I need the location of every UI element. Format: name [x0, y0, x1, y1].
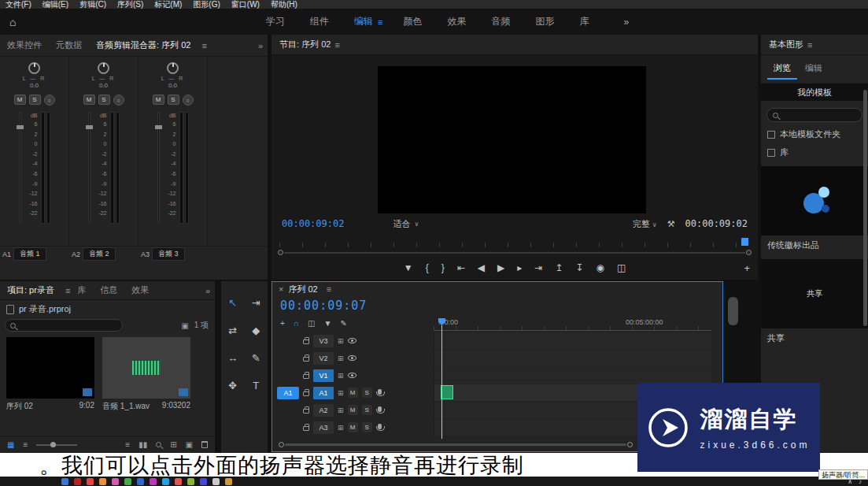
template-search-input[interactable]: [766, 108, 862, 122]
fader-handle-icon[interactable]: [155, 125, 162, 129]
slider-handle-icon[interactable]: [50, 442, 56, 447]
pan-knob[interactable]: [167, 62, 179, 74]
taskbar-app-icon[interactable]: [74, 478, 81, 485]
scrollbar-handle-left-icon[interactable]: [278, 250, 283, 255]
program-seek-ruler[interactable]: [279, 238, 750, 247]
lock-icon[interactable]: [303, 374, 309, 379]
scrollbar-thumb[interactable]: [863, 90, 867, 326]
template-thumbnail-1[interactable]: [761, 166, 868, 236]
sync-lock-icon[interactable]: ⊞: [338, 389, 344, 397]
source-patch-empty[interactable]: [277, 335, 299, 347]
taskbar-app-icon[interactable]: [187, 478, 194, 485]
program-timecode[interactable]: 00:00:09:02: [282, 218, 344, 229]
taskbar-app-icon[interactable]: [150, 478, 157, 485]
source-patch-a1[interactable]: A1: [277, 387, 299, 399]
sync-lock-icon[interactable]: ⊞: [338, 406, 344, 414]
program-seek-scrollbar[interactable]: [278, 250, 752, 256]
menu-graphics[interactable]: 图形(G): [187, 0, 225, 9]
add-marker-button[interactable]: ▼: [404, 262, 413, 273]
panel-menu-icon[interactable]: ≡: [327, 284, 331, 294]
snap-icon[interactable]: ∩: [294, 319, 299, 328]
menu-clip[interactable]: 剪辑(C): [74, 0, 112, 9]
track-name[interactable]: A3: [313, 421, 334, 434]
track-name[interactable]: 音频 3: [152, 247, 185, 261]
keyframe-button[interactable]: ○: [44, 95, 55, 106]
voiceover-record-mic-icon[interactable]: [378, 389, 382, 395]
track-select-forward-tool[interactable]: ⇥: [252, 297, 260, 309]
workspace-tab-assembly[interactable]: 组件: [297, 15, 342, 28]
voiceover-record-mic-icon[interactable]: [378, 406, 382, 412]
timeline-playhead[interactable]: [441, 325, 442, 439]
track-name[interactable]: A1: [313, 387, 334, 399]
home-icon[interactable]: ⌂: [9, 16, 16, 28]
project-file-row[interactable]: pr 录音.prproj: [0, 300, 215, 317]
rate-stretch-tool[interactable]: ↔: [227, 352, 238, 364]
workspace-overflow-chevron-icon[interactable]: »: [623, 17, 629, 28]
my-templates-dropdown[interactable]: 我的模板: [761, 83, 868, 101]
mark-out-button[interactable]: }: [441, 262, 445, 273]
panel-view-icon[interactable]: ▣: [181, 321, 188, 330]
scrollbar-handle-right-icon[interactable]: [746, 250, 752, 255]
tab-libraries[interactable]: 库: [70, 284, 93, 296]
voiceover-record-mic-icon[interactable]: [378, 424, 382, 429]
step-forward-button[interactable]: ▸: [517, 262, 522, 273]
pan-knob[interactable]: [28, 62, 40, 74]
track-output-eye-icon[interactable]: [348, 355, 356, 361]
taskbar-app-icon[interactable]: [225, 478, 232, 485]
mute-button[interactable]: M: [153, 95, 164, 105]
sort-icon[interactable]: ≡: [125, 440, 130, 449]
hand-tool[interactable]: ✥: [228, 380, 237, 391]
keyframe-button[interactable]: ○: [113, 95, 124, 106]
checkbox-icon[interactable]: [767, 149, 775, 157]
timeline-zoom-scrollbar[interactable]: [279, 442, 633, 448]
lock-icon[interactable]: [303, 426, 309, 431]
lift-button[interactable]: ↥: [555, 262, 563, 273]
button-editor-plus-icon[interactable]: +: [744, 258, 750, 277]
timeline-timecode[interactable]: 00:00:09:07: [280, 299, 367, 313]
track-mute-button[interactable]: M: [348, 422, 358, 432]
taskbar-app-icon[interactable]: [212, 478, 220, 485]
sync-lock-icon[interactable]: ⊞: [338, 424, 344, 432]
nest-sequence-icon[interactable]: +: [280, 319, 285, 328]
panel-menu-icon[interactable]: ≡: [807, 40, 812, 50]
volume-fader[interactable]: [157, 112, 160, 224]
workspace-tab-learning[interactable]: 学习: [253, 15, 297, 28]
taskbar-app-icon[interactable]: [124, 478, 131, 485]
timeline-settings-icon[interactable]: ✎: [340, 319, 346, 328]
play-button[interactable]: ▶: [497, 262, 504, 273]
track-solo-button[interactable]: S: [362, 388, 372, 398]
checkbox-local-templates[interactable]: 本地模板文件夹: [761, 122, 868, 140]
template-thumbnail-2[interactable]: 共享: [761, 259, 868, 328]
mark-in-button[interactable]: {: [426, 262, 429, 273]
track-name[interactable]: V1: [313, 369, 334, 382]
tab-metadata[interactable]: 元数据: [49, 39, 89, 51]
program-monitor-video[interactable]: [378, 66, 646, 213]
fader-handle-icon[interactable]: [17, 125, 24, 129]
zoom-fit-dropdown[interactable]: 适合 ∨: [393, 218, 419, 230]
menu-sequence[interactable]: 序列(S): [112, 0, 149, 9]
track-name[interactable]: 音频 2: [83, 247, 116, 261]
workspace-tab-effects[interactable]: 效果: [434, 15, 478, 28]
find-icon[interactable]: [156, 442, 161, 447]
menu-window[interactable]: 窗口(W): [226, 0, 265, 9]
lock-icon[interactable]: [303, 339, 309, 344]
list-view-button[interactable]: ≡: [23, 440, 28, 449]
pan-value[interactable]: 0.0: [99, 82, 108, 89]
extract-button[interactable]: ↧: [575, 262, 583, 273]
linked-selection-icon[interactable]: ◫: [308, 319, 315, 328]
solo-button[interactable]: S: [98, 95, 110, 105]
menu-edit[interactable]: 编辑(E): [37, 0, 74, 9]
taskbar-app-icon[interactable]: [87, 478, 94, 485]
taskbar-app-icon[interactable]: [137, 478, 144, 485]
track-lane[interactable]: [434, 367, 711, 384]
sync-lock-icon[interactable]: ⊞: [338, 354, 344, 362]
source-patch-empty[interactable]: [277, 352, 299, 365]
template-label[interactable]: 传统徽标出品: [761, 236, 868, 251]
close-icon[interactable]: ×: [279, 284, 283, 294]
taskbar-app-icon[interactable]: [61, 478, 68, 485]
timeline-vertical-scrollbar-thumb[interactable]: [728, 297, 738, 325]
track-output-eye-icon[interactable]: [348, 373, 356, 378]
workspace-tab-libraries[interactable]: 库: [567, 15, 601, 28]
settings-wrench-icon[interactable]: ⚒: [667, 219, 675, 229]
mute-button[interactable]: M: [14, 95, 26, 105]
